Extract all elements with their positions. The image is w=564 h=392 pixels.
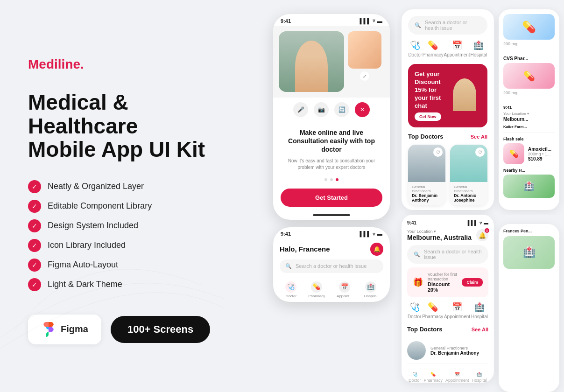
main-headline: Medical & Healthcare Mobile App UI Kit: [28, 91, 238, 161]
search-icon: 🔍: [285, 263, 292, 269]
figma-badge: Figma: [28, 315, 101, 344]
category-hospital[interactable]: 🏥 Hospital: [364, 281, 378, 298]
pharmacy-item-pills-top: 💊 200 mg: [503, 14, 555, 46]
dot-2: [330, 178, 333, 181]
voucher-banner: 🎁 Voucher for first transaction Discount…: [407, 267, 488, 297]
dot-3: [336, 178, 338, 181]
voucher-icon: 🎁: [413, 277, 423, 287]
feature-item-1: ✓ Neatly & Organized Layer: [28, 180, 238, 193]
appointment-icon: 📅: [339, 281, 350, 293]
app-nav-doctor[interactable]: 🩺 Doctor: [408, 40, 422, 57]
location-header: Your Location ▾ Melbourne, Australia 🔔 5: [407, 229, 488, 241]
app-nav-pharmacy[interactable]: 💊 Pharmacy: [423, 40, 444, 57]
bottom-nav-cat-hospital[interactable]: 🏥 Hospital: [471, 302, 488, 319]
check-icon-4: ✓: [28, 239, 41, 252]
pharmacy-icon: 💊: [428, 302, 438, 312]
bottom-badges: Figma 100+ Screens: [28, 315, 238, 344]
bottom-doctor-card[interactable]: General Practioners Dr. Benjamin Anthony: [407, 337, 488, 364]
doctor-nav-icon: 🩺: [412, 372, 417, 377]
get-started-button[interactable]: Get Started: [281, 189, 382, 207]
claim-button[interactable]: Claim: [462, 278, 483, 287]
category-doctor[interactable]: 🩺 Doctor: [285, 281, 296, 298]
category-nav: 🩺 Doctor 💊 Pharmacy 📅 Appoint... 🏥 Hospi…: [273, 278, 390, 302]
pharmacy-panel-bottom: Frances Pen... 🏥: [499, 224, 559, 392]
bottom-nav-cat-appointment[interactable]: 📅 Appointment: [444, 302, 470, 319]
logo: Mediline.: [28, 57, 238, 72]
pharmacy-icon: 💊: [428, 40, 438, 50]
doctor-1-info: General Practioners Dr. Benjamin Anthony: [408, 182, 445, 205]
check-icon-3: ✓: [28, 219, 41, 232]
bottom-nav-bottom-hospital[interactable]: 🏥 Hospital: [472, 372, 487, 383]
frances-image: 🏥: [503, 236, 555, 269]
onboarding-phone: 9:41 ▌▌▌ ▿ ▬ ⤢ 🎤 📷 🔄: [273, 14, 390, 220]
check-icon-1: ✓: [28, 180, 41, 193]
figma-icon: [41, 322, 56, 337]
get-now-button[interactable]: Get Now: [415, 112, 441, 121]
bottom-search-bar[interactable]: 🔍 Search a doctor or health issue: [407, 245, 488, 264]
video-thumbnail: [348, 31, 381, 69]
bottom-nav-cat-doctor[interactable]: 🩺 Doctor: [408, 302, 421, 319]
bottom-nav-bottom-appointment[interactable]: 📅 Appointment: [445, 372, 469, 383]
hospital-nav-icon: 🏥: [477, 372, 482, 377]
onboarding-content: Make online and live Consultation easily…: [273, 122, 390, 175]
mute-button[interactable]: 🎤: [293, 102, 308, 117]
doctors-row: ♡ General Practioners Dr. Benjamin Antho…: [408, 145, 487, 205]
bottom-nav-bottom-doctor[interactable]: 🩺 Doctor: [409, 372, 421, 383]
video-call-section: ⤢: [273, 26, 390, 98]
features-list: ✓ Neatly & Organized Layer ✓ Editable Co…: [28, 180, 238, 291]
nearby-image: 🏥: [503, 175, 555, 198]
app-ui-panel-bottom: 9:41 ▌▌▌ ▿ ▬ Your Location ▾ Melbourne, …: [402, 215, 494, 383]
app-ui-panel-top: 🔍 Search a doctor or health issue 🩺 Doct…: [402, 9, 494, 210]
doctor-card-2[interactable]: ♡ General Practioners Dr. Antonio Joseph…: [450, 145, 487, 205]
see-all-button[interactable]: See All: [471, 134, 487, 140]
right-area: 🔍 Search a doctor or health issue 🩺 Doct…: [397, 0, 564, 392]
notification-icon[interactable]: 🔔: [370, 243, 383, 256]
home-indicator: [313, 214, 350, 216]
bottom-app-nav: 🩺 Doctor 💊 Pharmacy 📅 Appointment 🏥 Hosp…: [407, 368, 488, 383]
video-main-feed: [279, 31, 344, 92]
feature-item-3: ✓ Design System Included: [28, 219, 238, 232]
pagination-dots: [273, 175, 390, 185]
home-search-bar[interactable]: 🔍 Search a doctor or health issue: [280, 259, 383, 273]
bell-icon[interactable]: 🔔 5: [476, 229, 488, 241]
category-pharmacy[interactable]: 💊 Pharmacy: [308, 281, 325, 298]
bottom-doctors-header: Top Doctors See All: [407, 326, 488, 333]
doctor-card-1[interactable]: ♡ General Practioners Dr. Benjamin Antho…: [408, 145, 445, 205]
switch-camera-button[interactable]: 🔄: [334, 102, 349, 117]
bottom-nav-bottom-pharmacy[interactable]: 💊 Pharmacy: [423, 372, 443, 383]
search-icon: 🔍: [414, 252, 420, 258]
flash-sale-label: Flash sale: [503, 137, 555, 141]
hospital-icon: 🏥: [473, 40, 484, 50]
divider-2: [503, 101, 555, 101]
hospital-icon: 🏥: [365, 281, 376, 293]
bottom-nav-cat-pharmacy[interactable]: 💊 Pharmacy: [422, 302, 443, 319]
top-doctors-header: Top Doctors See All: [408, 133, 487, 140]
expand-icon[interactable]: ⤢: [360, 71, 369, 81]
nearby-label: Nearby H...: [503, 168, 555, 173]
check-icon-5: ✓: [28, 259, 41, 272]
appointment-icon: 📅: [452, 302, 462, 312]
pharmacy-image-top: 💊: [503, 14, 555, 40]
promo-doctor-image: [448, 78, 481, 113]
feature-item-6: ✓ Light & Dark Theme: [28, 278, 238, 291]
top-right-area: 🔍 Search a doctor or health issue 🩺 Doct…: [397, 0, 564, 215]
appointment-icon: 📅: [452, 40, 462, 50]
app-nav-hospital[interactable]: 🏥 Hospital: [470, 40, 487, 57]
screens-badge: 100+ Screens: [111, 316, 210, 343]
app-nav-appointment[interactable]: 📅 Appointment: [444, 40, 470, 57]
end-call-button[interactable]: ✕: [355, 102, 370, 117]
bottom-see-all-button[interactable]: See All: [472, 327, 488, 332]
divider-3: [503, 133, 555, 133]
status-icons-bottom: ▌▌▌ ▿ ▬: [468, 220, 488, 225]
feature-item-2: ✓ Editable Component Library: [28, 200, 238, 213]
second-phone-indicator: 9:41 Your Location ▾ Melbourn... Kalbe F…: [503, 105, 555, 129]
category-appointment[interactable]: 📅 Appoint...: [337, 281, 352, 298]
video-off-button[interactable]: 📷: [314, 102, 329, 117]
dot-1: [324, 178, 327, 181]
home-header: Halo, Francene 🔔: [273, 239, 390, 259]
check-icon-6: ✓: [28, 278, 41, 291]
app-search-bar[interactable]: 🔍 Search a doctor or health issue: [408, 16, 487, 35]
promo-banner: Get your Discount 15% for your first cha…: [408, 64, 487, 127]
pharmacy-panel: 💊 200 mg CVS Phar... 💊 200 mg 9:41 Your …: [499, 9, 559, 210]
logo-text: Mediline: [28, 57, 80, 71]
